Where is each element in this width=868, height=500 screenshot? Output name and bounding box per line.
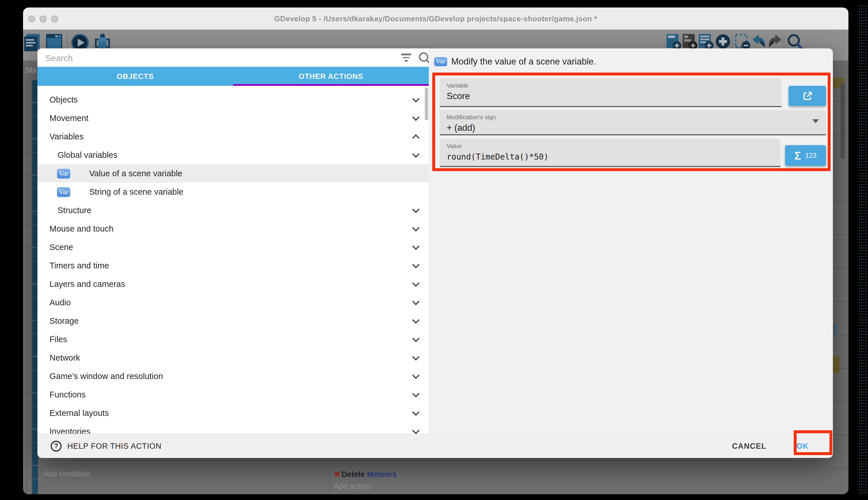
search-bar [37,48,429,67]
variable-icon: Var [57,169,70,178]
chevron-down-icon [412,371,419,378]
dialog-footer: ? HELP FOR THIS ACTION CANCEL OK [37,434,833,458]
tab-bar: OBJECTS OTHER ACTIONS [37,67,429,86]
chevron-down-icon [412,205,419,213]
add-condition-link[interactable]: Add condition [43,469,90,478]
chevron-down-icon [412,297,419,305]
annotation-frame-ok [794,430,832,455]
chevron-down-icon [412,316,419,323]
help-link[interactable]: HELP FOR THIS ACTION [67,442,162,451]
category-row-movement[interactable]: Movement [37,109,429,127]
chevron-down-icon [412,353,419,360]
undo-icon[interactable] [751,33,767,49]
category-row-objects[interactable]: Objects [37,90,429,109]
category-row-layers-and-cameras[interactable]: Layers and cameras [37,275,429,293]
chevron-up-icon [412,134,419,141]
list-scrollbar-thumb[interactable] [425,88,428,121]
redo-icon[interactable] [767,33,783,49]
event-condition-column [32,80,38,494]
tab-other-actions[interactable]: OTHER ACTIONS [233,67,429,86]
chevron-down-icon [412,334,419,342]
chevron-down-icon [412,279,419,286]
category-row-timers-and-time[interactable]: Timers and time [37,256,429,275]
help-icon[interactable]: ? [51,441,62,452]
add-event-icon[interactable] [667,33,681,51]
chevron-down-icon [412,224,419,231]
instruction-category-list: Objects Movement Variables Global variab… [37,86,429,434]
category-row-games-window[interactable]: Game's window and resolution [37,367,429,385]
tab-objects[interactable]: OBJECTS [37,67,233,86]
variable-icon: Var [57,187,70,197]
category-row-storage[interactable]: Storage [37,311,429,330]
category-row-scene[interactable]: Scene [37,238,429,256]
add-comment-icon[interactable] [699,33,714,51]
window-title: GDevelop 5 - /Users/dkarakay/Documents/G… [23,14,848,23]
chevron-down-icon [412,95,419,102]
chevron-down-icon [412,261,419,268]
action-row-string-of-scene-variable[interactable]: VarString of a scene variable [37,183,429,201]
variable-icon: Var [434,57,447,66]
chevron-down-icon [412,113,419,121]
remove-event-icon[interactable] [735,33,751,51]
category-row-inventories[interactable]: Inventories [37,422,429,434]
category-row-functions[interactable]: Functions [37,385,429,404]
action-title: Modify the value of a scene variable. [451,56,596,67]
action-row-value-of-scene-variable[interactable]: VarValue of a scene variable [37,164,429,183]
add-new-icon[interactable] [715,33,731,51]
macos-titlebar: GDevelop 5 - /Users/dkarakay/Documents/G… [23,8,848,30]
category-row-files[interactable]: Files [37,330,429,349]
screenshot-stage: GDevelop 5 - /Users/dkarakay/Documents/G… [0,0,868,500]
chevron-down-icon [412,150,419,157]
events-bottom-rows: Add condition ✖Delete Meteors Add action [23,465,848,494]
category-row-audio[interactable]: Audio [37,293,429,311]
add-action-link[interactable]: Add action [334,482,371,491]
delete-cross-icon: ✖ [334,470,340,479]
chevron-down-icon [412,242,419,249]
scene-tab-label: Sta [25,66,37,74]
chevron-down-icon [412,390,419,397]
delete-action-row[interactable]: ✖Delete Meteors [334,469,397,479]
chevron-down-icon [412,408,419,415]
screen-edge-artifact [858,4,868,496]
chevron-down-icon [412,427,419,434]
category-row-external-layouts[interactable]: External layouts [37,404,429,422]
category-row-global-variables[interactable]: Global variables [37,146,429,164]
events-sheet-icon[interactable] [24,33,40,52]
event-grid-column [26,80,32,494]
category-row-network[interactable]: Network [37,349,429,367]
cancel-button[interactable]: CANCEL [732,442,766,451]
category-row-structure[interactable]: Structure [37,201,429,219]
category-row-mouse-and-touch[interactable]: Mouse and touch [37,219,429,238]
search-input[interactable] [46,53,368,63]
add-subevent-icon[interactable] [683,33,697,51]
column-divider [330,465,330,494]
instruction-list-panel: OBJECTS OTHER ACTIONS Objects Movement V… [37,48,429,434]
events-scrollbar[interactable] [840,82,845,159]
category-row-variables[interactable]: Variables [37,127,429,146]
annotation-frame-form [432,72,831,171]
